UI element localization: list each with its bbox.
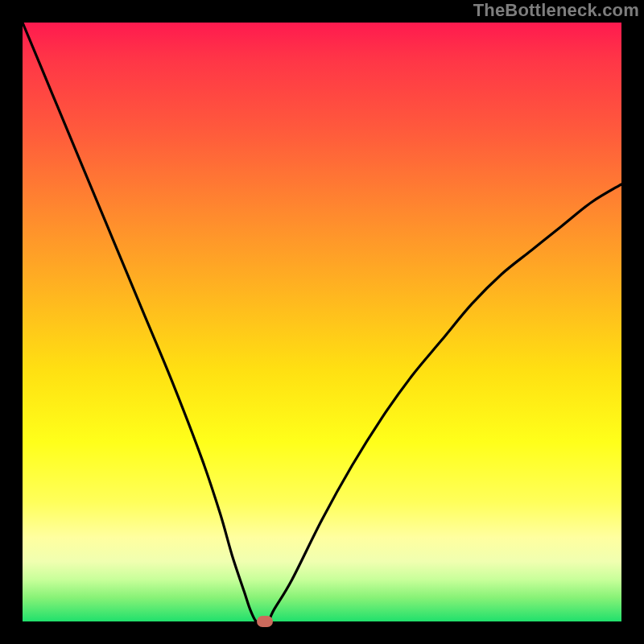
optimum-marker: [257, 616, 273, 627]
watermark-text: TheBottleneck.com: [473, 2, 639, 19]
curve-path: [23, 23, 621, 622]
bottleneck-curve: [23, 23, 621, 621]
chart-frame: TheBottleneck.com: [0, 0, 644, 644]
